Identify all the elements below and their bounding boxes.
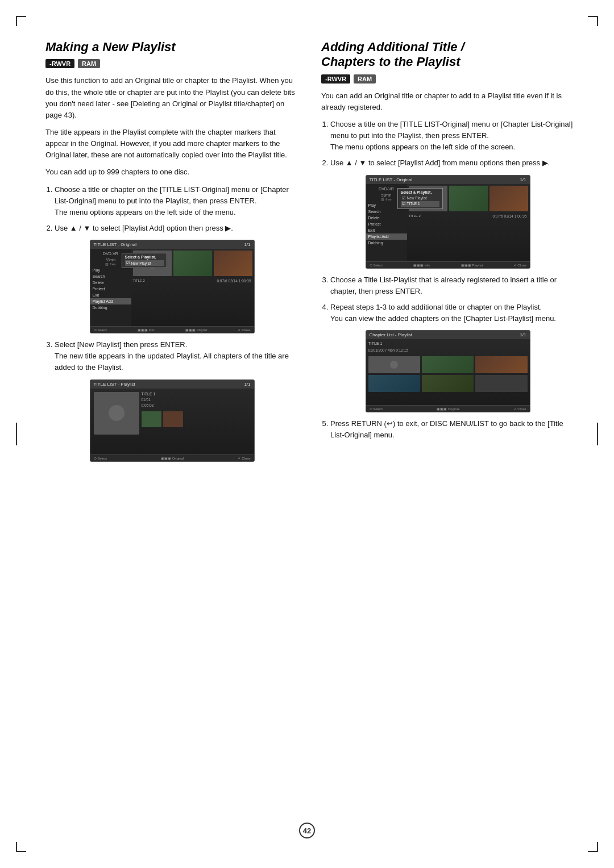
right-intro-text: You can add an Original title or chapter… (321, 90, 574, 113)
right-screen-1: TITLE LIST - Original 1/1 DVD-VR 53min▥ … (366, 175, 530, 269)
left-intro-text: Use this function to add an Original tit… (45, 75, 298, 121)
left-body-text-3: You can add up to 999 chapters to one di… (45, 166, 298, 178)
right-step-5: Press RETURN (↩) to exit, or DISC MENU/L… (330, 418, 574, 441)
left-screen-2-header: TITLE LIST - Playlist 1/1 (90, 380, 254, 389)
side-mark-right (597, 423, 598, 445)
corner-mark-tr (588, 16, 598, 26)
left-step-2: Use ▲ / ▼ to select [Playlist Add] optio… (55, 223, 298, 234)
right-steps-list: Choose a title on the [TITLE LIST-Origin… (321, 119, 574, 169)
right-steps-list-2: Choose a Title List-Playlist that is alr… (321, 274, 574, 325)
right-column: Adding Additional Title / Chapters to th… (321, 40, 574, 468)
right-badge-row: -RWVR RAM (321, 74, 574, 84)
right-section-title: Adding Additional Title / Chapters to th… (321, 40, 574, 70)
right-screen-1-footer: ⊙ Select ▣▣▣ Info ▣▣▣ Playlist ⤶ Close (366, 261, 530, 268)
left-step-3: Select [New Playlist] then press ENTER.T… (55, 339, 298, 373)
right-screen-2-footer: ⊙ Select ▣▣▣ Original ⤶ Close (366, 405, 530, 412)
corner-mark-tl (16, 16, 26, 26)
left-step-1: Choose a title or chapter on the [TITLE … (55, 184, 298, 218)
page-number: 42 (299, 823, 315, 838)
right-screen-1-main: TITLE 2 0:07/6 03/14 1:00:35 Select a Pl… (407, 184, 530, 261)
left-screen-1: TITLE LIST - Original 1/1 DVD-VR 53min▥ … (90, 240, 255, 333)
left-badge-row: -RWVR RAM (45, 59, 298, 68)
left-badge-ram: RAM (78, 59, 100, 68)
left-section-title: Making a New Playlist (45, 40, 298, 55)
left-screen-1-main: TITLE 2 0:07/6 03/14 1:00:35 Select a Pl… (131, 249, 254, 326)
corner-mark-bl (16, 842, 26, 852)
left-screen-1-popup: Select a Playlist. ☑ New Playlist (122, 253, 167, 268)
left-screen-2: TITLE LIST - Playlist 1/1 TITLE 1 (90, 379, 255, 462)
left-screen-1-header: TITLE LIST - Original 1/1 (90, 240, 254, 249)
left-screen-2-footer: ⊙ Select ▣▣▣ Original ⤶ Close (90, 454, 254, 461)
right-steps-list-3: Press RETURN (↩) to exit, or DISC MENU/L… (321, 418, 574, 441)
left-column: Making a New Playlist -RWVR RAM Use this… (45, 40, 298, 468)
page-content: Making a New Playlist -RWVR RAM Use this… (45, 40, 574, 468)
right-badge-ram: RAM (354, 74, 376, 84)
right-step-3: Choose a Title List-Playlist that is alr… (330, 274, 574, 297)
right-screen-2: Chapter List - Playlist 1/1 TITLE 1 01/0… (366, 330, 530, 412)
side-mark-left (16, 423, 17, 445)
left-screen-1-footer: ⊙ Select ▣▣▣ Info ▣▣▣ Playlist ⤶ Close (90, 326, 254, 333)
right-step-4: Repeat steps 1-3 to add additional title… (330, 302, 574, 324)
page: Making a New Playlist -RWVR RAM Use this… (0, 0, 614, 868)
right-badge-rwvr: -RWVR (321, 74, 350, 84)
left-badge-rwvr: -RWVR (45, 59, 74, 68)
left-steps-list-2: Select [New Playlist] then press ENTER.T… (45, 339, 298, 373)
left-steps-list: Choose a title or chapter on the [TITLE … (45, 184, 298, 235)
right-screen-2-thumbs (368, 356, 528, 392)
corner-mark-br (588, 842, 598, 852)
right-screen-1-popup: Select a Playlist. ☑ New Playlist ☑ TITL… (397, 188, 443, 209)
left-body-text-2: The title appears in the Playlist comple… (45, 127, 298, 161)
right-step-2: Use ▲ / ▼ to select [Playlist Add] from … (330, 157, 574, 169)
right-step-1: Choose a title on the [TITLE LIST-Origin… (330, 119, 574, 153)
